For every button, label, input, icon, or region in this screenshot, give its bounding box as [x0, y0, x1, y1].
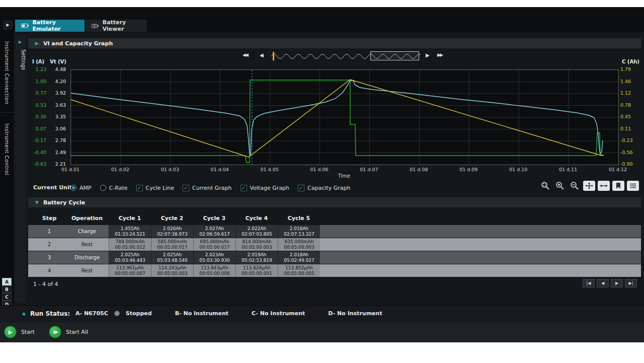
expand-icon: ▶ — [6, 23, 9, 27]
y-axis-current-ticks: 1.231.000.770.530.300.07-0.17-0.40-0.63 — [29, 69, 46, 166]
battery-cycle-title: Battery Cycle — [43, 199, 85, 206]
tab-battery-emulator[interactable]: Battery Emulator — [15, 20, 85, 32]
channel-button-a[interactable]: A — [2, 278, 12, 285]
battery-icon — [21, 23, 29, 28]
cycle-cell: 2.027Ah02:06:59.617 — [193, 225, 235, 238]
cycle-cell: 113.852µAh00:05:00.005 — [278, 264, 320, 277]
operation-cell: Rest — [65, 264, 109, 277]
start-button[interactable]: ▶ Start — [4, 326, 35, 338]
tab-battery-viewer[interactable]: Battery Viewer — [86, 20, 147, 32]
cycle-cell: 2.019Ah05:02:53.819 — [235, 251, 278, 264]
scrub-forward-button[interactable]: ▶▶ — [437, 52, 442, 57]
radio-amp[interactable]: AMP — [70, 185, 92, 191]
x-axis-tick: 01 d.04 — [205, 167, 235, 172]
axis-tick: 0.77 — [29, 91, 46, 96]
current-unit-label: Current Unit: — [33, 184, 74, 191]
series-capacity — [71, 80, 604, 157]
channel-button-b[interactable]: B — [2, 285, 12, 293]
left-sidebar: Instrument Connection Instrument Control… — [0, 32, 14, 305]
radio-label: AMP — [79, 185, 92, 191]
scrubber-position-marker[interactable] — [273, 52, 274, 60]
graph-panel-header[interactable]: ▶ VI and Capacity Graph — [28, 38, 641, 48]
settings-label: Settings — [15, 48, 26, 70]
step-cell: 3 — [33, 251, 65, 264]
series-current — [71, 80, 604, 163]
scrubber-selection-window[interactable] — [370, 51, 419, 60]
status-dot — [114, 311, 120, 316]
cycle-cell: 585.000mAh00:05:00.017 — [151, 238, 193, 251]
expand-settings-icon[interactable]: ▶ — [19, 40, 22, 44]
cycle-cell: 789.000mAh00:05:00.012 — [109, 238, 151, 251]
table-row[interactable]: 1Charge1.455Ah01:33:24.5212.026Ah02:07:3… — [28, 225, 641, 238]
page-first-button[interactable]: |◀ — [583, 279, 595, 287]
checkbox-icon: ✓ — [298, 185, 304, 191]
radio-c-rate[interactable]: C-Rate — [100, 185, 128, 191]
zoom-region-icon[interactable] — [539, 181, 551, 191]
axis-tick: 0.78 — [620, 103, 638, 108]
sidebar-item-instrument-control[interactable]: Instrument Control — [0, 114, 14, 185]
table-row[interactable]: 2Rest789.000mAh00:05:00.012585.000mAh00:… — [28, 238, 641, 251]
radio-icon — [70, 185, 76, 191]
sidebar-item-label: Instrument Connection — [4, 41, 10, 104]
legend-list-icon[interactable] — [627, 181, 639, 191]
cycle-cell: 113.624µAh00:05:00.001 — [235, 264, 278, 277]
panel-collapse-icon[interactable]: ▼ — [35, 200, 39, 205]
radio-icon — [100, 185, 106, 191]
marker-icon[interactable] — [612, 181, 624, 191]
channel-button-c[interactable]: C — [2, 293, 12, 301]
column-header: Cycle 3 — [193, 215, 235, 222]
cycle-cell: 2.023Ah05:03:30.930 — [193, 251, 235, 264]
checkbox-label: Voltage Graph — [250, 185, 290, 191]
axis-tick: 0.30 — [29, 114, 46, 119]
page-last-button[interactable]: ▶| — [625, 279, 637, 287]
axis-tick: 2.49 — [49, 150, 66, 155]
axis-tick: 3.63 — [49, 103, 66, 108]
expand-sidebar-button[interactable]: ▶ — [4, 21, 12, 29]
cycle-cell: 1.455Ah01:33:24.521 — [109, 225, 151, 238]
scrub-rewind-button[interactable]: ◀◀ — [243, 52, 248, 57]
settings-panel-collapsed[interactable]: ▶ Settings — [15, 35, 26, 302]
checkbox-cycle-line[interactable]: ✓Cycle Line — [136, 185, 174, 191]
page-prev-button[interactable]: ◀ — [597, 279, 609, 287]
step-cell: 4 — [33, 264, 65, 277]
battery-cycle-table: StepOperationCycle 1Cycle 2Cycle 3Cycle … — [28, 211, 641, 277]
y-axis-capacity-ticks: 1.791.461.120.780.450.11-0.23-0.56-0.90 — [620, 69, 638, 166]
instrument-label: B- No Instrument — [175, 310, 228, 317]
runbar-collapse-icon[interactable]: ▲ — [22, 311, 26, 316]
scrub-step-back-button[interactable]: ◀ — [260, 52, 264, 58]
x-axis-ticks: 01 d.0101 d.0201 d.0301 d.0401 d.0501 d.… — [70, 167, 618, 173]
start-all-button[interactable]: ▶▶ Start All — [49, 326, 88, 338]
checkbox-current-graph[interactable]: ✓Current Graph — [183, 185, 232, 191]
zoom-in-icon[interactable] — [554, 181, 566, 191]
x-axis-tick: 01 d.12 — [603, 167, 633, 172]
table-row[interactable]: 3Discharge2.025Ah05:03:46.4432.025Ah05:0… — [28, 251, 641, 264]
x-axis-tick: 01 d.01 — [55, 167, 86, 172]
battery-cycle-panel-header[interactable]: ▼ Battery Cycle — [28, 197, 641, 207]
titlebar: ▶ Battery Emulator Battery Viewer — [0, 7, 644, 32]
scrub-step-forward-button[interactable]: ▶ — [426, 52, 430, 58]
checkbox-label: Capacity Graph — [307, 185, 350, 191]
column-header: Cycle 4 — [235, 215, 278, 222]
sidebar-item-instrument-connection[interactable]: Instrument Connection — [0, 34, 14, 113]
pan-icon[interactable] — [583, 181, 595, 191]
cycle-cell: 695.000mAh00:05:00.017 — [193, 238, 235, 251]
column-header: Cycle 5 — [278, 215, 320, 222]
checkbox-label: Cycle Line — [146, 185, 174, 191]
table-row[interactable]: 4Rest113.961µAh00:05:00.007114.243µAh00:… — [28, 264, 641, 277]
vi-capacity-chart[interactable] — [70, 69, 619, 165]
x-axis-tick: 01 d.05 — [255, 167, 285, 172]
zoom-out-icon[interactable] — [569, 181, 581, 191]
axis-tick: 1.79 — [620, 67, 638, 72]
checkbox-capacity-graph[interactable]: ✓Capacity Graph — [298, 185, 350, 191]
checkbox-voltage-graph[interactable]: ✓Voltage Graph — [240, 185, 290, 191]
panel-expand-icon[interactable]: ▶ — [35, 41, 39, 46]
fit-horizontal-icon[interactable] — [598, 181, 610, 191]
footer-bar: ▶ Start ▶▶ Start All Copyright © Keysigh… — [0, 322, 644, 342]
cycle-cell: 2.018Ah02:07:13.327 — [278, 225, 320, 238]
start-label: Start — [21, 329, 35, 335]
page-next-button[interactable]: ▶ — [611, 279, 623, 287]
axis-tick: 4.20 — [49, 79, 66, 84]
column-header: Operation — [65, 215, 109, 222]
axis-tick: 0.53 — [29, 103, 46, 108]
run-status-label: Run Status: — [30, 310, 70, 317]
